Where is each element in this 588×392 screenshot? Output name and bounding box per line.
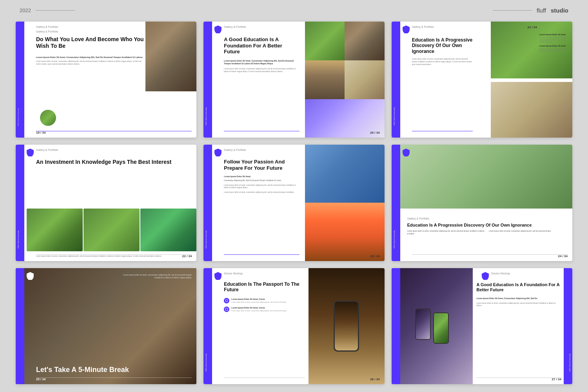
- svg-point-0: [225, 299, 228, 302]
- top-bar: 2022 fluffstudio: [0, 0, 588, 21]
- slide-9-body-small: Lorem ipsum dolor sit amet, consectetur …: [476, 302, 561, 307]
- icon-circle-2: [224, 307, 229, 312]
- slide-5-photo-top: [305, 145, 385, 203]
- slide-6-bottom-line: [412, 254, 568, 255]
- slide-4-title: An Investment In Knowledge Pays The Best…: [36, 159, 189, 165]
- shield-icon: [403, 25, 410, 33]
- slide-2-body-small: Lorem ipsum dolor sit amet, consectetur …: [224, 68, 299, 73]
- header-year: 2022: [20, 7, 75, 13]
- slide-8-icon1-text: Lorem Ipsum Dolor Sit Amet, Conse Lorem …: [231, 298, 287, 303]
- slide-4-vertical-text: 2022 | School Community: [16, 230, 20, 249]
- slide-6-text-block: Gallery & Portfolio Education Is A Progr…: [403, 211, 572, 261]
- phones-container: [415, 309, 449, 344]
- phone-mockup: [334, 301, 359, 352]
- slide-2-photo-1: [305, 22, 345, 60]
- slide-7-title: Let's Take A 5-Minute Break: [36, 366, 189, 374]
- slide-4-title-block: An Investment In Knowledge Pays The Best…: [36, 152, 189, 165]
- slide-2-vertical-text: 2022 | School Community: [204, 107, 208, 126]
- slide-6-label: Gallery & Portfolio: [407, 217, 429, 220]
- slide-6-vertical-text: 2022 | School Community: [392, 230, 396, 249]
- shield-icon: [482, 272, 489, 280]
- slide-3-side-body1: Lorem ipsum dolor sit amet, consectetur …: [539, 36, 570, 43]
- slide-2-photo-3: [305, 60, 345, 99]
- slide-8-page: 26 / 34: [370, 377, 379, 381]
- slide-8-icon2-text: Lorem Ipsum Dolor Sit Amet, Conse Lorem …: [231, 307, 287, 312]
- icon-circle-1: [224, 298, 229, 303]
- slide-9: Device Mockup A Good Education Is A Foun…: [392, 268, 572, 384]
- slide-9-page: 27 / 34: [552, 377, 561, 381]
- slide-9-body: Lorem Ipsum Dolor Sit Amet, Consectetur …: [476, 297, 561, 300]
- slide-2-photo-2: [345, 22, 385, 60]
- slide-5-vertical-text: 2022 | School Community: [204, 230, 208, 249]
- slide-7: Lorem ipsum dolor sit amet, consectetur …: [16, 268, 196, 384]
- slide-9-title: A Good Education Is A Foundation For A B…: [476, 282, 561, 292]
- slide-6-two-col: Lorem ipsum dolor sit amet, consectetur …: [407, 230, 568, 235]
- slide-3-page: 21 / 34: [528, 25, 537, 29]
- slide-7-top-text: Lorem ipsum dolor sit amet, consectetur …: [121, 274, 192, 279]
- slide-8-text: Education Is The Passport To The Future …: [224, 276, 305, 312]
- slide-5-page: 23 / 34: [370, 254, 379, 258]
- slide-8: Device Mockup Education Is The Passport …: [203, 268, 384, 384]
- phone-left: [415, 309, 431, 340]
- slide-5: Gallery & Portfolio Follow Your Passion …: [203, 145, 384, 261]
- slide-5-col-left-label: Lorem Ipsum Dolor Sit Amet,: [224, 175, 299, 178]
- slide-2-page: 20 / 34: [370, 131, 379, 134]
- slide-3-label: Gallery & Portfolio: [412, 25, 434, 28]
- slide-6-col-right: Lorem ipsum dolor sit amet, consectetur …: [489, 230, 568, 235]
- slide-1-page: 19 / 34: [36, 131, 45, 134]
- shield-icon: [214, 272, 221, 280]
- shield-icon: [214, 149, 221, 156]
- slide-4-bottom-line: [36, 254, 192, 255]
- slide-3-title: Education Is A Progressive Discovery Of …: [412, 37, 473, 54]
- shield-icon: [403, 149, 410, 156]
- slide-4-body: Lorem ipsum dolor sit amet, consectetur …: [36, 255, 189, 258]
- slide-8-bottom-line: [224, 377, 305, 378]
- slide-1-bottom-line: [36, 131, 192, 131]
- slide-2-photo-grid: [305, 22, 385, 138]
- slide-9-vertical-text: 2022 | School Community: [568, 353, 572, 372]
- slide-8-title: Education Is The Passport To The Future: [224, 281, 305, 293]
- slide-5-photo-bottom: [305, 203, 385, 261]
- slide-4-photo-3: [140, 209, 196, 251]
- slide-5-title: Follow Your Passion And Prepare For Your…: [224, 159, 299, 171]
- slide-3-bottom-line: [412, 131, 473, 131]
- slide-3-text: Education Is A Progressive Discovery Of …: [412, 33, 473, 66]
- slide-1-body-small: Lorem ipsum dolor sit amet, consectetur …: [36, 60, 145, 66]
- slide-3-side-label1: Lorem Ipsum Dolor Sit Amet: [539, 33, 570, 36]
- shield-icon: [27, 25, 34, 33]
- slide-9-text: A Good Education Is A Foundation For A B…: [476, 277, 561, 307]
- shield-icon: [27, 149, 34, 156]
- slide-1: Gallery & Portfolio Gallery & Portfolio …: [16, 22, 196, 138]
- slide-8-vertical-text: 2022 | School Community: [204, 353, 208, 372]
- phone-right: [433, 312, 449, 344]
- slide-5-col-right: Lorem ipsum dolor sit amet, consectetur …: [224, 184, 299, 189]
- slide-7-title-block: Let's Take A 5-Minute Break: [36, 366, 189, 374]
- slide-1-body-bold: Lorem Ipsum Dolor Sit Amet, Consectetur …: [36, 56, 145, 59]
- slide-3-side-block: Lorem Ipsum Dolor Sit Amet Lorem ipsum d…: [539, 33, 571, 53]
- slides-grid: Gallery & Portfolio Gallery & Portfolio …: [16, 22, 572, 384]
- slide-4-label: Gallery & Portfolio: [36, 149, 58, 151]
- slide-3-photo-bottom: [491, 82, 572, 138]
- slide-8-label: Device Mockup: [224, 272, 243, 275]
- slide-6-photo-top: [392, 145, 572, 209]
- slide-3-body: Lorem ipsum dolor sit amet, consectetur …: [412, 58, 473, 66]
- slide-9-photo-left: [392, 268, 473, 384]
- slide-4-page: 22 / 34: [182, 254, 192, 258]
- slide-4-photo-row: [27, 209, 196, 251]
- slide-1-category: Gallery & Portfolio: [36, 30, 145, 33]
- slide-6-col-left: Lorem ipsum dolor sit amet, consectetur …: [407, 230, 486, 235]
- slide-5-bottom-line: [224, 254, 299, 255]
- slide-5-body-small: Lorem ipsum dolor sit amet, consectetur …: [224, 191, 299, 194]
- slide-6: Gallery & Portfolio Education Is A Progr…: [392, 145, 572, 261]
- slide-2-label: Gallery & Portfolio: [224, 25, 246, 28]
- slide-4-photo-2: [83, 209, 140, 251]
- shield-icon: [27, 272, 34, 280]
- slide-3-side-body2: Lorem ipsum dolor sit amet, consectetur …: [539, 48, 570, 52]
- shield-icon: [214, 25, 221, 33]
- slide-8-phone-area: [309, 268, 385, 384]
- slide-7-bottom-line: [36, 377, 192, 378]
- slide-5-text: Follow Your Passion And Prepare For Your…: [224, 152, 299, 194]
- slide-7-accent-bar: [16, 268, 24, 384]
- slide-3: Gallery & Portfolio 21 / 34 Lorem Ipsum …: [392, 22, 572, 138]
- slide-1-vertical-text: 2022 | School Community: [17, 108, 19, 126]
